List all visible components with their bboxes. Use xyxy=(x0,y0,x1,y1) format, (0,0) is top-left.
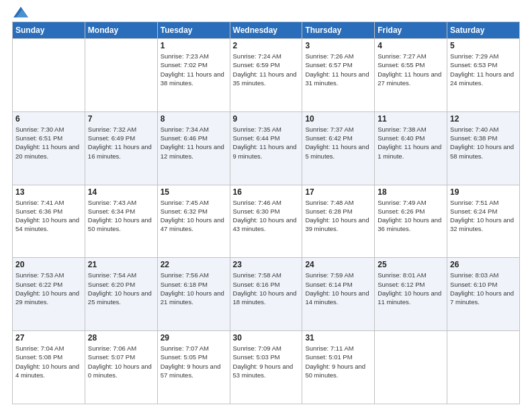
day-info: Sunrise: 7:46 AM Sunset: 6:30 PM Dayligh… xyxy=(233,198,300,234)
day-number: 13 xyxy=(15,187,82,197)
day-number: 9 xyxy=(233,114,300,124)
day-number: 10 xyxy=(305,114,371,124)
day-number: 26 xyxy=(450,260,517,269)
day-info: Sunrise: 7:54 AM Sunset: 6:20 PM Dayligh… xyxy=(88,271,154,306)
day-number: 20 xyxy=(15,260,82,269)
day-info: Sunrise: 7:59 AM Sunset: 6:14 PM Dayligh… xyxy=(305,271,371,306)
calendar-week-4: 20Sunrise: 7:53 AM Sunset: 6:22 PM Dayli… xyxy=(13,258,520,331)
calendar-cell: 8Sunrise: 7:34 AM Sunset: 6:46 PM Daylig… xyxy=(157,111,230,185)
day-info: Sunrise: 7:58 AM Sunset: 6:16 PM Dayligh… xyxy=(233,271,300,306)
calendar-cell xyxy=(13,39,85,112)
calendar-cell: 29Sunrise: 7:07 AM Sunset: 5:05 PM Dayli… xyxy=(157,331,230,404)
day-info: Sunrise: 7:09 AM Sunset: 5:03 PM Dayligh… xyxy=(233,344,300,379)
day-number: 19 xyxy=(450,187,517,197)
day-number: 25 xyxy=(378,260,444,269)
day-number: 4 xyxy=(378,41,444,50)
calendar-cell: 10Sunrise: 7:37 AM Sunset: 6:42 PM Dayli… xyxy=(302,111,375,185)
calendar-cell: 15Sunrise: 7:45 AM Sunset: 6:32 PM Dayli… xyxy=(157,185,230,258)
calendar-header-row: SundayMondayTuesdayWednesdayThursdayFrid… xyxy=(13,22,520,39)
day-of-week-saturday: Saturday xyxy=(447,22,520,39)
day-info: Sunrise: 7:07 AM Sunset: 5:05 PM Dayligh… xyxy=(161,344,227,379)
calendar-cell: 21Sunrise: 7:54 AM Sunset: 6:20 PM Dayli… xyxy=(85,258,157,331)
calendar-cell: 2Sunrise: 7:24 AM Sunset: 6:59 PM Daylig… xyxy=(230,39,302,112)
day-info: Sunrise: 7:30 AM Sunset: 6:51 PM Dayligh… xyxy=(15,125,82,161)
calendar-cell xyxy=(447,331,520,404)
calendar-body: 1Sunrise: 7:23 AM Sunset: 7:02 PM Daylig… xyxy=(13,39,520,404)
day-of-week-tuesday: Tuesday xyxy=(157,22,230,39)
day-of-week-sunday: Sunday xyxy=(13,22,85,39)
calendar-cell: 20Sunrise: 7:53 AM Sunset: 6:22 PM Dayli… xyxy=(13,258,85,331)
calendar-cell: 30Sunrise: 7:09 AM Sunset: 5:03 PM Dayli… xyxy=(230,331,302,404)
day-info: Sunrise: 7:29 AM Sunset: 6:53 PM Dayligh… xyxy=(450,52,517,87)
day-info: Sunrise: 7:40 AM Sunset: 6:38 PM Dayligh… xyxy=(450,125,517,161)
calendar-cell: 28Sunrise: 7:06 AM Sunset: 5:07 PM Dayli… xyxy=(85,331,157,404)
day-info: Sunrise: 7:45 AM Sunset: 6:32 PM Dayligh… xyxy=(161,198,227,234)
day-info: Sunrise: 7:35 AM Sunset: 6:44 PM Dayligh… xyxy=(233,125,300,161)
calendar-cell: 12Sunrise: 7:40 AM Sunset: 6:38 PM Dayli… xyxy=(447,111,520,185)
day-number: 6 xyxy=(15,114,82,124)
day-of-week-friday: Friday xyxy=(375,22,447,39)
calendar-cell: 11Sunrise: 7:38 AM Sunset: 6:40 PM Dayli… xyxy=(375,111,447,185)
day-number: 12 xyxy=(450,114,517,124)
day-of-week-monday: Monday xyxy=(85,22,157,39)
day-info: Sunrise: 7:56 AM Sunset: 6:18 PM Dayligh… xyxy=(161,271,227,306)
calendar-cell: 24Sunrise: 7:59 AM Sunset: 6:14 PM Dayli… xyxy=(302,258,375,331)
day-number: 16 xyxy=(233,187,300,197)
calendar-cell: 6Sunrise: 7:30 AM Sunset: 6:51 PM Daylig… xyxy=(13,111,85,185)
day-number: 22 xyxy=(161,260,227,269)
day-info: Sunrise: 7:26 AM Sunset: 6:57 PM Dayligh… xyxy=(305,52,371,87)
day-number: 2 xyxy=(233,41,300,50)
calendar-cell: 4Sunrise: 7:27 AM Sunset: 6:55 PM Daylig… xyxy=(375,39,447,112)
calendar-cell: 7Sunrise: 7:32 AM Sunset: 6:49 PM Daylig… xyxy=(85,111,157,185)
calendar-cell: 23Sunrise: 7:58 AM Sunset: 6:16 PM Dayli… xyxy=(230,258,302,331)
day-number: 18 xyxy=(378,187,444,197)
day-number: 21 xyxy=(88,260,154,269)
day-info: Sunrise: 7:49 AM Sunset: 6:26 PM Dayligh… xyxy=(378,198,444,234)
day-info: Sunrise: 7:37 AM Sunset: 6:42 PM Dayligh… xyxy=(305,125,371,161)
calendar-week-3: 13Sunrise: 7:41 AM Sunset: 6:36 PM Dayli… xyxy=(13,185,520,258)
calendar-cell: 18Sunrise: 7:49 AM Sunset: 6:26 PM Dayli… xyxy=(375,185,447,258)
day-number: 31 xyxy=(305,333,371,342)
day-number: 29 xyxy=(161,333,227,342)
day-info: Sunrise: 7:32 AM Sunset: 6:49 PM Dayligh… xyxy=(88,125,154,161)
calendar: SundayMondayTuesdayWednesdayThursdayFrid… xyxy=(12,21,520,404)
day-info: Sunrise: 7:38 AM Sunset: 6:40 PM Dayligh… xyxy=(378,125,444,161)
calendar-cell: 13Sunrise: 7:41 AM Sunset: 6:36 PM Dayli… xyxy=(13,185,85,258)
day-info: Sunrise: 7:51 AM Sunset: 6:24 PM Dayligh… xyxy=(450,198,517,234)
day-number: 17 xyxy=(305,187,371,197)
day-info: Sunrise: 7:43 AM Sunset: 6:34 PM Dayligh… xyxy=(88,198,154,234)
day-number: 14 xyxy=(88,187,154,197)
calendar-cell: 25Sunrise: 8:01 AM Sunset: 6:12 PM Dayli… xyxy=(375,258,447,331)
day-number: 3 xyxy=(305,41,371,50)
calendar-cell: 17Sunrise: 7:48 AM Sunset: 6:28 PM Dayli… xyxy=(302,185,375,258)
day-info: Sunrise: 7:41 AM Sunset: 6:36 PM Dayligh… xyxy=(15,198,82,234)
day-info: Sunrise: 8:01 AM Sunset: 6:12 PM Dayligh… xyxy=(378,271,444,306)
day-number: 27 xyxy=(15,333,82,342)
calendar-cell: 26Sunrise: 8:03 AM Sunset: 6:10 PM Dayli… xyxy=(447,258,520,331)
day-number: 30 xyxy=(233,333,300,342)
calendar-cell: 16Sunrise: 7:46 AM Sunset: 6:30 PM Dayli… xyxy=(230,185,302,258)
calendar-cell: 27Sunrise: 7:04 AM Sunset: 5:08 PM Dayli… xyxy=(13,331,85,404)
day-number: 15 xyxy=(161,187,227,197)
day-of-week-wednesday: Wednesday xyxy=(230,22,302,39)
calendar-cell: 1Sunrise: 7:23 AM Sunset: 7:02 PM Daylig… xyxy=(157,39,230,112)
day-info: Sunrise: 7:23 AM Sunset: 7:02 PM Dayligh… xyxy=(161,52,227,87)
calendar-cell: 5Sunrise: 7:29 AM Sunset: 6:53 PM Daylig… xyxy=(447,39,520,112)
calendar-cell xyxy=(375,331,447,404)
day-info: Sunrise: 7:48 AM Sunset: 6:28 PM Dayligh… xyxy=(305,198,371,234)
day-info: Sunrise: 7:11 AM Sunset: 5:01 PM Dayligh… xyxy=(305,344,371,379)
calendar-week-1: 1Sunrise: 7:23 AM Sunset: 7:02 PM Daylig… xyxy=(13,39,520,112)
calendar-cell: 19Sunrise: 7:51 AM Sunset: 6:24 PM Dayli… xyxy=(447,185,520,258)
calendar-week-5: 27Sunrise: 7:04 AM Sunset: 5:08 PM Dayli… xyxy=(13,331,520,404)
calendar-cell: 14Sunrise: 7:43 AM Sunset: 6:34 PM Dayli… xyxy=(85,185,157,258)
day-number: 7 xyxy=(88,114,154,124)
day-number: 24 xyxy=(305,260,371,269)
calendar-cell: 3Sunrise: 7:26 AM Sunset: 6:57 PM Daylig… xyxy=(302,39,375,112)
day-number: 28 xyxy=(88,333,154,342)
day-number: 5 xyxy=(450,41,517,50)
calendar-week-2: 6Sunrise: 7:30 AM Sunset: 6:51 PM Daylig… xyxy=(13,111,520,185)
day-number: 1 xyxy=(161,41,227,50)
calendar-cell: 22Sunrise: 7:56 AM Sunset: 6:18 PM Dayli… xyxy=(157,258,230,331)
day-info: Sunrise: 7:06 AM Sunset: 5:07 PM Dayligh… xyxy=(88,344,154,379)
day-number: 8 xyxy=(161,114,227,124)
